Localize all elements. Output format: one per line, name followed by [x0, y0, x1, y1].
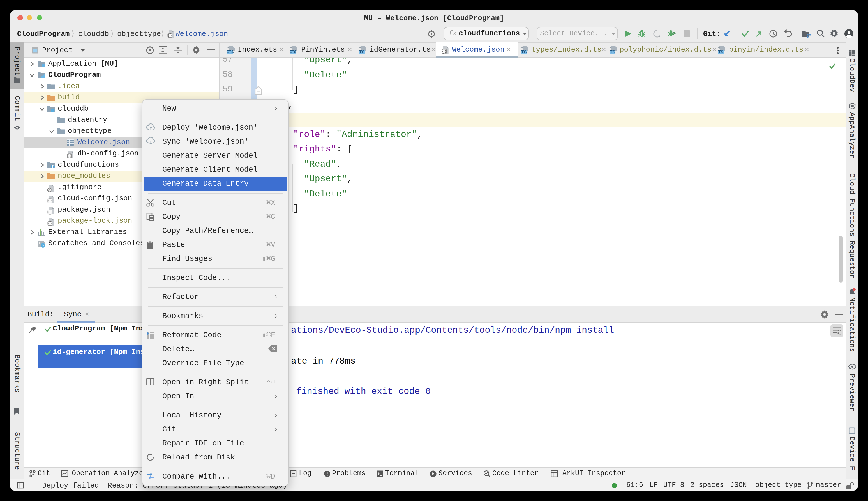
svg-text:{}: {}: [48, 210, 52, 214]
svg-text:TS: TS: [521, 49, 527, 54]
svg-text:TS: TS: [610, 49, 615, 54]
svg-text:{}: {}: [48, 221, 52, 225]
svg-text:{}: {}: [67, 153, 72, 158]
svg-text:ETS: ETS: [290, 50, 297, 54]
svg-text:{}: {}: [48, 198, 52, 203]
svg-text:TS: TS: [359, 49, 365, 54]
svg-text:TS: TS: [718, 49, 723, 54]
svg-text:ETS: ETS: [227, 50, 234, 54]
svg-text:f: f: [52, 164, 54, 168]
svg-text:{}: {}: [442, 49, 447, 54]
